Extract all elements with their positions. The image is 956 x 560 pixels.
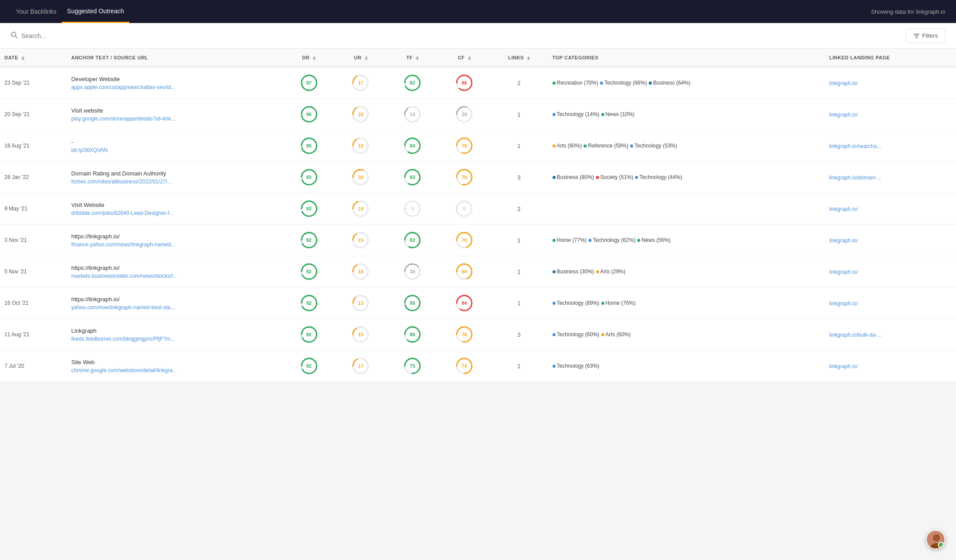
metric-ring: 86	[455, 74, 474, 92]
date-cell: 11 Aug '21	[0, 319, 67, 350]
col-anchor[interactable]: ANCHOR TEXT / SOURCE URL	[67, 49, 283, 67]
nav-tab-backlinks[interactable]: Your Backlinks	[11, 1, 62, 22]
metric-ring: 14	[403, 105, 422, 124]
metric-ring: 69	[455, 262, 474, 281]
categories-td: Technology (63%)	[548, 350, 825, 382]
filter-icon	[913, 33, 920, 39]
metric-ring: 17	[351, 357, 370, 375]
sort-ur[interactable]	[365, 56, 368, 60]
col-ur[interactable]: UR	[335, 49, 387, 67]
categories-td: Technology (89%) Home (76%)	[548, 288, 825, 319]
category-dot	[552, 144, 556, 148]
category-tag: Home (77%)	[552, 237, 587, 243]
category-dot	[600, 82, 603, 85]
date-cell: 5 Nov '21	[0, 256, 67, 288]
metric-ring: 13	[351, 294, 370, 312]
ur-cell: 19	[335, 193, 387, 225]
tf-cell: 83	[387, 162, 439, 193]
links-cell: 1	[490, 99, 548, 130]
landing-link[interactable]: linkgraph.io/	[829, 112, 858, 118]
source-url-link[interactable]: bit.ly/36XQVAN	[71, 147, 108, 153]
links-cell: 2	[490, 67, 548, 99]
metric-ring: 92	[300, 357, 318, 375]
sort-cf[interactable]	[468, 56, 471, 60]
landing-link[interactable]: linkgraph.io/	[829, 363, 858, 369]
links-cell: 3	[490, 319, 548, 350]
category-dot	[596, 270, 599, 273]
tf-cell: 14	[387, 99, 439, 130]
landing-link[interactable]: linkgraph.io/bulk-da-...	[829, 332, 882, 338]
source-url-link[interactable]: apps.apple.com/us/app/searchatlas-seo/id…	[71, 84, 176, 90]
anchor-cell: Site Web chrome.google.com/webstore/deta…	[67, 350, 283, 382]
source-url-link[interactable]: dribbble.com/jobs/82640-Lead-Designer-f.…	[71, 210, 174, 216]
metric-ring: 96	[300, 105, 318, 124]
categories-cell: Technology (14%) News (10%)	[552, 111, 821, 117]
cf-cell: 70	[439, 225, 490, 256]
category-tag: News (10%)	[601, 111, 635, 117]
landing-link[interactable]: linkgraph.io/domain-...	[829, 175, 882, 181]
col-cf[interactable]: CF	[439, 49, 490, 67]
landing-cell: linkgraph.io/	[825, 288, 956, 319]
col-links[interactable]: LINKS	[490, 49, 548, 67]
source-url-link[interactable]: markets.businessinsider.com/news/stocks/…	[71, 273, 177, 279]
source-url-link[interactable]: chrome.google.com/webstore/detail/linkgr…	[71, 367, 177, 373]
anchor-cell: Visit website play.google.com/store/apps…	[67, 99, 283, 130]
metric-ring: 29	[455, 105, 474, 124]
sort-links[interactable]	[527, 56, 530, 60]
links-cell: 3	[490, 162, 548, 193]
landing-link[interactable]: linkgraph.io/	[829, 80, 858, 86]
sort-tf[interactable]	[416, 56, 419, 60]
source-url-link[interactable]: forbes.com/sites/allbusiness/2022/01/27/…	[71, 179, 172, 185]
search-bar: Filters	[0, 23, 956, 49]
source-url-link[interactable]: feeds.feedburner.com/bloggingpro/PfjF?m.…	[71, 336, 175, 342]
col-date[interactable]: DATE	[0, 49, 67, 67]
landing-link[interactable]: linkgraph.io/	[829, 300, 858, 307]
metric-ring: 86	[403, 325, 422, 344]
search-input[interactable]	[21, 32, 154, 39]
anchor-cell: Domain Rating and Domain Authority forbe…	[67, 162, 283, 193]
cf-cell: 29	[439, 99, 490, 130]
metric-ring: 17	[351, 74, 370, 92]
category-tag: Recreation (70%)	[552, 80, 598, 86]
source-url-link[interactable]: finance.yahoo.com/news/linkgraph-named..…	[71, 241, 176, 248]
col-tf[interactable]: TF	[387, 49, 439, 67]
anchor-cell: https://linkgraph.io/ finance.yahoo.com/…	[67, 225, 283, 256]
date-cell: 28 Jan '22	[0, 162, 67, 193]
metric-ring: 0	[455, 199, 474, 218]
tf-cell: 82	[387, 225, 439, 256]
filters-button[interactable]: Filters	[906, 28, 945, 43]
category-dot	[552, 113, 556, 116]
categories-cell: Business (30%) Arts (29%)	[552, 268, 821, 275]
cf-cell: 79	[439, 162, 490, 193]
source-url-link[interactable]: yahoo.com/now/linkgraph-named-best-sta..…	[71, 304, 175, 311]
landing-link[interactable]: linkgraph.io/	[829, 237, 858, 244]
backlinks-table: DATE ANCHOR TEXT / SOURCE URL DR UR	[0, 49, 956, 382]
landing-link[interactable]: linkgraph.io/	[829, 269, 858, 275]
anchor-title: Visit Website	[71, 202, 279, 208]
metric-ring: 19	[351, 199, 370, 218]
sort-dr[interactable]	[313, 56, 316, 60]
dr-cell: 95	[283, 130, 335, 162]
ur-cell: 15	[335, 319, 387, 350]
category-tag: Society (51%)	[596, 174, 634, 180]
landing-link[interactable]: linkgraph.io/	[829, 206, 858, 212]
metric-ring: 78	[455, 325, 474, 344]
anchor-title: https://linkgraph.io/	[71, 264, 279, 271]
tf-cell: 95	[387, 288, 439, 319]
category-dot	[552, 302, 556, 305]
sort-date[interactable]	[22, 56, 24, 60]
ur-cell: 16	[335, 256, 387, 288]
category-dot	[596, 176, 599, 179]
landing-link[interactable]: linkgraph.io/searcha...	[829, 143, 881, 149]
categories-td: Business (30%) Arts (29%)	[548, 256, 825, 288]
anchor-title: Domain Rating and Domain Authority	[71, 170, 279, 177]
metric-ring: 82	[403, 231, 422, 249]
links-cell: 1	[490, 288, 548, 319]
source-url-link[interactable]: play.google.com/store/apps/details?id=li…	[71, 116, 176, 122]
dr-cell: 92	[283, 225, 335, 256]
categories-cell: Technology (60%) Arts (60%)	[552, 331, 821, 338]
col-dr[interactable]: DR	[283, 49, 335, 67]
landing-cell: linkgraph.io/	[825, 193, 956, 225]
category-tag: Technology (66%)	[600, 80, 647, 86]
nav-tab-outreach[interactable]: Suggested Outreach	[62, 0, 129, 23]
